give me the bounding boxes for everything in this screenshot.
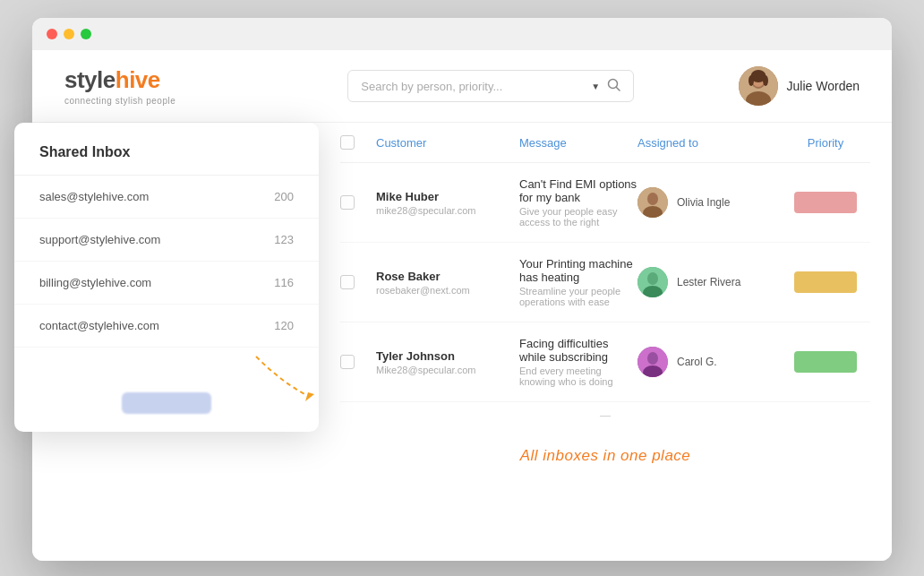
search-area: Search by person, priority... ▼ <box>244 70 739 102</box>
app-window: stylehive connecting stylish people Sear… <box>32 18 892 561</box>
msg-subject-2: Facing difficulties while subscribing <box>519 337 637 364</box>
svg-point-7 <box>749 75 754 86</box>
app-body: stylehive connecting stylish people Sear… <box>32 50 892 561</box>
scrollbar-hint: — <box>340 402 870 429</box>
header-checkbox-cell <box>340 135 376 150</box>
customer-email-1: rosebaker@next.com <box>376 285 519 296</box>
assignee-name-0: Olivia Ingle <box>677 196 730 209</box>
message-cell-1: Your Printing machine has heating Stream… <box>519 257 637 307</box>
header-checkbox[interactable] <box>340 135 355 150</box>
msg-preview-0: Give your people easy access to the righ… <box>519 206 637 228</box>
assignee-avatar-0 <box>637 187 668 218</box>
inbox-count-3: 120 <box>274 319 294 332</box>
assigned-cell-1: Lester Rivera <box>637 267 781 297</box>
inbox-email-1: support@stylehive.com <box>39 233 160 246</box>
inbox-item-sales[interactable]: sales@stylehive.com 200 <box>14 176 319 219</box>
annotation-text: All inboxes in one place <box>340 429 870 492</box>
assigned-cell-2: Carol G. <box>637 347 781 377</box>
logo-style: style <box>64 66 116 93</box>
priority-badge-1 <box>794 271 857 293</box>
close-dot[interactable] <box>47 29 57 39</box>
assignee-name-1: Lester Rivera <box>677 276 740 288</box>
message-cell-2: Facing difficulties while subscribing En… <box>519 337 637 387</box>
column-header-customer: Customer <box>376 136 519 150</box>
sidebar-popup: Shared Inbox sales@stylehive.com 200 sup… <box>14 123 319 432</box>
svg-marker-9 <box>305 392 314 401</box>
assignee-avatar-1 <box>637 267 668 297</box>
priority-cell-0 <box>781 192 870 213</box>
inbox-count-1: 123 <box>274 233 294 246</box>
user-name: Julie Worden <box>787 79 860 93</box>
customer-cell-0: Mike Huber mike28@specular.com <box>376 190 519 216</box>
table-row[interactable]: Mike Huber mike28@specular.com Can't Fin… <box>340 163 870 243</box>
inbox-email-0: sales@stylehive.com <box>39 190 149 203</box>
logo-area: stylehive connecting stylish people <box>64 66 244 106</box>
msg-subject-0: Can't Find EMI options for my bank <box>519 177 637 204</box>
row-checkbox-1[interactable] <box>340 275 355 289</box>
svg-point-8 <box>763 75 768 86</box>
search-bar[interactable]: Search by person, priority... ▼ <box>347 70 634 102</box>
msg-preview-1: Streamline your people operations with e… <box>519 286 637 307</box>
priority-badge-0 <box>794 192 857 213</box>
column-header-assigned: Assigned to <box>637 136 781 150</box>
assignee-name-2: Carol G. <box>677 356 717 368</box>
row-checkbox-cell-0 <box>340 195 376 210</box>
inbox-email-3: contact@stylehive.com <box>39 319 159 332</box>
table-header: Customer Message Assigned to Priority <box>340 123 870 163</box>
svg-point-14 <box>647 272 658 285</box>
customer-name-2: Tyler Johnson <box>376 349 519 363</box>
msg-subject-1: Your Printing machine has heating <box>519 257 637 284</box>
inbox-count-2: 116 <box>274 276 294 289</box>
message-cell-0: Can't Find EMI options for my bank Give … <box>519 177 637 228</box>
search-icon[interactable] <box>607 78 620 94</box>
svg-line-1 <box>617 88 620 91</box>
arrow-svg <box>247 348 319 410</box>
column-header-message: Message <box>519 136 637 150</box>
inbox-item-contact[interactable]: contact@stylehive.com 120 <box>14 305 319 348</box>
dropdown-icon[interactable]: ▼ <box>591 82 600 91</box>
blurred-button <box>122 392 211 414</box>
logo: stylehive <box>64 66 244 94</box>
svg-point-11 <box>647 193 658 205</box>
inbox-item-support[interactable]: support@stylehive.com 123 <box>14 219 319 262</box>
sidebar-title: Shared Inbox <box>14 123 319 176</box>
avatar-image <box>739 66 778 106</box>
table-row[interactable]: Tyler Johnson Mike28@specular.com Facing… <box>340 322 870 402</box>
titlebar <box>32 18 892 50</box>
assignee-avatar-2 <box>637 347 668 377</box>
inbox-item-billing[interactable]: billing@stylehive.com 116 <box>14 262 319 305</box>
customer-name-0: Mike Huber <box>376 190 519 203</box>
priority-badge-2 <box>794 351 857 373</box>
customer-email-0: mike28@specular.com <box>376 205 519 216</box>
row-checkbox-0[interactable] <box>340 195 355 210</box>
user-area: Julie Worden <box>739 66 860 106</box>
row-checkbox-2[interactable] <box>340 355 355 369</box>
customer-email-2: Mike28@specular.com <box>376 365 519 375</box>
main-content: Shared Inbox sales@stylehive.com 200 sup… <box>32 123 892 492</box>
column-header-priority: Priority <box>781 136 870 150</box>
logo-subtitle: connecting stylish people <box>64 96 244 106</box>
customer-cell-1: Rose Baker rosebaker@next.com <box>376 270 519 296</box>
search-placeholder: Search by person, priority... <box>361 80 584 93</box>
msg-preview-2: End every meeting knowing who is doing <box>519 365 637 387</box>
row-checkbox-cell-1 <box>340 275 376 289</box>
priority-cell-1 <box>781 271 870 293</box>
customer-name-1: Rose Baker <box>376 270 519 283</box>
table-row[interactable]: Rose Baker rosebaker@next.com Your Print… <box>340 243 870 322</box>
assigned-cell-0: Olivia Ingle <box>637 187 781 218</box>
row-checkbox-cell-2 <box>340 355 376 369</box>
inbox-table: Customer Message Assigned to Priority Mi… <box>319 123 892 492</box>
avatar <box>739 66 778 106</box>
minimize-dot[interactable] <box>64 29 74 39</box>
header: stylehive connecting stylish people Sear… <box>32 50 892 123</box>
svg-point-17 <box>647 352 658 365</box>
customer-cell-2: Tyler Johnson Mike28@specular.com <box>376 349 519 375</box>
inbox-count-0: 200 <box>274 190 294 203</box>
logo-hive: hive <box>116 66 160 93</box>
inbox-email-2: billing@stylehive.com <box>39 276 151 289</box>
maximize-dot[interactable] <box>81 29 91 39</box>
priority-cell-2 <box>781 351 870 373</box>
